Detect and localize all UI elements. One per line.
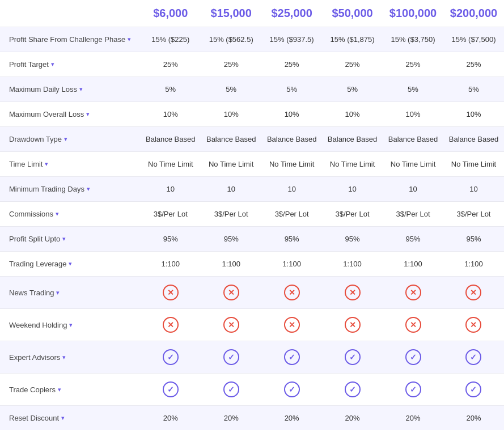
- table-row: Drawdown Type ▾Balance BasedBalance Base…: [0, 127, 504, 152]
- chevron-down-icon[interactable]: ▾: [69, 260, 72, 268]
- check-icon: ✓: [465, 381, 481, 397]
- row-label-6: Minimum Trading Days ▾: [0, 177, 140, 202]
- cell-4-4: Balance Based: [383, 127, 443, 152]
- x-icon: ✕: [465, 317, 481, 333]
- cell-12-2: ✓: [261, 341, 322, 374]
- row-label-10: News Trading ▾: [0, 277, 140, 309]
- cell-3-3: 10%: [322, 102, 383, 127]
- row-label-14: Reset Discount ▾: [0, 406, 140, 431]
- check-icon: ✓: [345, 349, 361, 365]
- chevron-down-icon[interactable]: ▾: [58, 386, 61, 393]
- cell-8-5: 95%: [443, 227, 504, 252]
- cell-11-5: ✕: [443, 309, 504, 341]
- cell-8-0: 95%: [140, 227, 201, 252]
- cell-2-0: 5%: [140, 77, 201, 102]
- cell-0-1: 15% ($562.5): [201, 27, 261, 52]
- row-label-5: Time Limit ▾: [0, 152, 140, 177]
- chevron-down-icon[interactable]: ▾: [62, 235, 66, 243]
- x-icon: ✕: [465, 285, 481, 300]
- comparison-table: $6,000$15,000$25,000$50,000$100,000$200,…: [0, 0, 504, 430]
- cell-14-5: 20%: [443, 406, 504, 431]
- table-row: Maximum Daily Loss ▾5%5%5%5%5%5%: [0, 77, 504, 102]
- cell-13-1: ✓: [201, 374, 261, 406]
- row-label-text: Drawdown Type: [9, 135, 62, 143]
- cell-3-5: 10%: [443, 102, 504, 127]
- cell-12-1: ✓: [201, 341, 261, 374]
- cell-12-5: ✓: [443, 341, 504, 374]
- chevron-down-icon[interactable]: ▾: [61, 414, 65, 422]
- cell-11-2: ✕: [261, 309, 322, 341]
- check-icon: ✓: [284, 381, 300, 397]
- cell-5-2: No Time Limit: [261, 152, 322, 177]
- row-label-12: Expert Advisors ▾: [0, 341, 140, 374]
- chevron-down-icon[interactable]: ▾: [64, 135, 67, 143]
- cell-11-3: ✕: [322, 309, 383, 341]
- cell-2-1: 5%: [201, 77, 261, 102]
- row-label-text: Profit Target: [9, 60, 49, 69]
- chevron-down-icon[interactable]: ▾: [69, 321, 73, 329]
- cell-12-4: ✓: [383, 341, 443, 374]
- table-row: Trade Copiers ▾✓✓✓✓✓✓: [0, 374, 504, 406]
- chevron-down-icon[interactable]: ▾: [56, 289, 60, 296]
- cell-5-3: No Time Limit: [322, 152, 383, 177]
- check-icon: ✓: [405, 381, 421, 397]
- table-row: Profit Share From Challenge Phase ▾15% (…: [0, 27, 504, 52]
- cell-10-2: ✕: [261, 277, 322, 309]
- table-row: Trading Leverage ▾1:1001:1001:1001:1001:…: [0, 252, 504, 277]
- row-label-text: Expert Advisors: [9, 353, 60, 362]
- x-icon: ✕: [284, 317, 300, 333]
- cell-3-4: 10%: [383, 102, 443, 127]
- cell-7-5: 3$/Per Lot: [443, 202, 504, 227]
- row-label-3: Maximum Overall Loss ▾: [0, 102, 140, 127]
- x-icon: ✕: [405, 317, 421, 333]
- cell-13-3: ✓: [322, 374, 383, 406]
- cell-4-3: Balance Based: [322, 127, 383, 152]
- x-icon: ✕: [405, 285, 421, 300]
- cell-5-4: No Time Limit: [383, 152, 443, 177]
- header-col-2: $25,000: [261, 0, 322, 27]
- chevron-down-icon[interactable]: ▾: [51, 61, 54, 68]
- row-label-text: Commissions: [9, 210, 53, 218]
- cell-1-4: 25%: [383, 52, 443, 77]
- header-col-3: $50,000: [322, 0, 383, 27]
- cell-7-3: 3$/Per Lot: [322, 202, 383, 227]
- cell-12-3: ✓: [322, 341, 383, 374]
- chevron-down-icon[interactable]: ▾: [87, 185, 90, 193]
- cell-14-2: 20%: [261, 406, 322, 431]
- header-col-0: $6,000: [140, 0, 201, 27]
- row-label-8: Profit Split Upto ▾: [0, 227, 140, 252]
- cell-4-5: Balance Based: [443, 127, 504, 152]
- header-col-5: $200,000: [443, 0, 504, 27]
- cell-14-0: 20%: [140, 406, 201, 431]
- comparison-table-wrapper: $6,000$15,000$25,000$50,000$100,000$200,…: [0, 0, 504, 430]
- row-label-text: Minimum Trading Days: [9, 185, 84, 193]
- chevron-down-icon[interactable]: ▾: [79, 86, 83, 93]
- cell-3-2: 10%: [261, 102, 322, 127]
- cell-1-2: 25%: [261, 52, 322, 77]
- row-label-7: Commissions ▾: [0, 202, 140, 227]
- row-label-text: Profit Share From Challenge Phase: [9, 35, 125, 44]
- cell-3-1: 10%: [201, 102, 261, 127]
- chevron-down-icon[interactable]: ▾: [56, 210, 59, 218]
- cell-1-3: 25%: [322, 52, 383, 77]
- check-icon: ✓: [345, 381, 361, 397]
- row-label-text: Trading Leverage: [9, 260, 66, 268]
- chevron-down-icon[interactable]: ▾: [128, 36, 131, 43]
- table-row: Commissions ▾3$/Per Lot3$/Per Lot3$/Per …: [0, 202, 504, 227]
- table-row: Maximum Overall Loss ▾10%10%10%10%10%10%: [0, 102, 504, 127]
- cell-5-0: No Time Limit: [140, 152, 201, 177]
- cell-10-5: ✕: [443, 277, 504, 309]
- cell-9-3: 1:100: [322, 252, 383, 277]
- cell-11-4: ✕: [383, 309, 443, 341]
- cell-8-1: 95%: [201, 227, 261, 252]
- check-icon: ✓: [223, 381, 239, 397]
- cell-13-5: ✓: [443, 374, 504, 406]
- cell-1-1: 25%: [201, 52, 261, 77]
- cell-14-3: 20%: [322, 406, 383, 431]
- chevron-down-icon[interactable]: ▾: [45, 160, 48, 168]
- chevron-down-icon[interactable]: ▾: [86, 111, 90, 118]
- x-icon: ✕: [345, 285, 361, 300]
- chevron-down-icon[interactable]: ▾: [62, 354, 66, 361]
- cell-10-3: ✕: [322, 277, 383, 309]
- cell-6-4: 10: [383, 177, 443, 202]
